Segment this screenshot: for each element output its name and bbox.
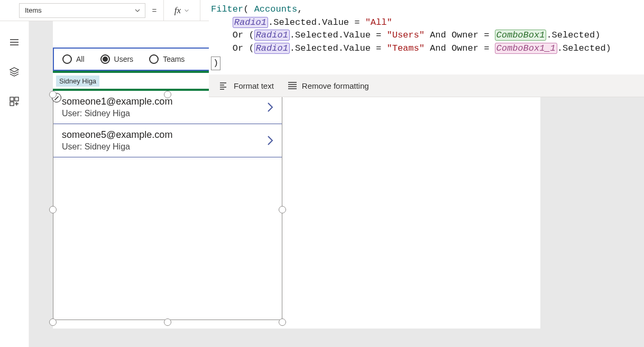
literal-all: "All": [365, 17, 392, 27]
layers-icon[interactable]: [9, 67, 20, 77]
radio-option-users[interactable]: Users: [100, 54, 134, 64]
ref-combobox1: ComboBox1: [495, 30, 547, 41]
gallery-row-subtitle: User: Sidney Higa: [62, 109, 172, 118]
radio-option-label: Teams: [163, 55, 185, 63]
property-selector-cell: Items: [0, 0, 145, 21]
formula-toolbar: Format text Remove formatting: [209, 74, 644, 97]
resize-handle[interactable]: [49, 318, 57, 326]
radio-option-teams[interactable]: Teams: [149, 54, 185, 64]
svg-rect-2: [10, 102, 14, 106]
literal-teams: "Teams": [387, 43, 424, 53]
left-rail: [0, 21, 29, 347]
ref-combobox1-1: ComboBox1_1: [495, 43, 557, 54]
remove-formatting-button[interactable]: Remove formatting: [288, 81, 369, 90]
literal-users: "Users": [387, 30, 424, 40]
gallery-row[interactable]: someone5@example.comUser: Sidney Higa: [53, 124, 282, 157]
equals-label: =: [145, 0, 163, 21]
combobox-selected-tag[interactable]: Sidney Higa: [56, 76, 99, 87]
property-selector-value: Items: [25, 6, 42, 14]
remove-formatting-icon: [288, 81, 297, 90]
formula-source: Accounts: [254, 4, 298, 14]
svg-rect-0: [10, 97, 14, 101]
fx-icon: fx: [174, 5, 181, 16]
gallery-body: someone1@example.comUser: Sidney Higasom…: [53, 91, 282, 320]
resize-handle[interactable]: [164, 91, 171, 98]
resize-handle[interactable]: [49, 206, 57, 213]
resize-handle[interactable]: [49, 91, 57, 98]
ref-radio1: Radio1: [254, 30, 290, 41]
chevron-right-icon[interactable]: [266, 101, 274, 114]
chevron-right-icon[interactable]: [266, 134, 274, 147]
hamburger-icon[interactable]: [9, 37, 20, 48]
radio-option-all[interactable]: All: [62, 54, 85, 64]
remove-formatting-label: Remove formatting: [302, 81, 369, 90]
resize-handle[interactable]: [279, 206, 286, 213]
svg-rect-1: [15, 97, 19, 101]
combobox-selected-value: Sidney Higa: [59, 77, 96, 85]
chevron-down-icon: [134, 7, 141, 14]
radio-circle-icon: [149, 54, 159, 64]
resize-handle[interactable]: [164, 318, 171, 326]
ref-radio1: Radio1: [254, 43, 290, 54]
format-text-label: Format text: [234, 81, 274, 90]
format-text-icon: [219, 81, 229, 90]
closing-paren: ): [211, 57, 220, 71]
resize-handle[interactable]: [279, 318, 286, 326]
radio-circle-icon: [100, 54, 110, 64]
formula-editor[interactable]: Filter( Accounts, Radio1.Selected.Value …: [209, 0, 644, 74]
property-selector[interactable]: Items: [19, 3, 145, 18]
fx-button[interactable]: fx: [163, 0, 200, 21]
radio-option-label: Users: [114, 55, 134, 63]
formula-fn: Filter: [211, 4, 243, 14]
radio-option-label: All: [76, 55, 85, 63]
components-icon[interactable]: [9, 96, 20, 107]
chevron-down-icon: [184, 8, 189, 13]
ref-radio1: Radio1: [233, 17, 268, 28]
radio-circle-icon: [62, 54, 72, 64]
format-text-button[interactable]: Format text: [219, 81, 274, 90]
gallery-row-title: someone5@example.com: [62, 129, 172, 140]
formula-editor-panel: Filter( Accounts, Radio1.Selected.Value …: [209, 0, 644, 97]
gallery-row-title: someone1@example.com: [62, 96, 172, 107]
gallery-row-subtitle: User: Sidney Higa: [62, 142, 172, 152]
